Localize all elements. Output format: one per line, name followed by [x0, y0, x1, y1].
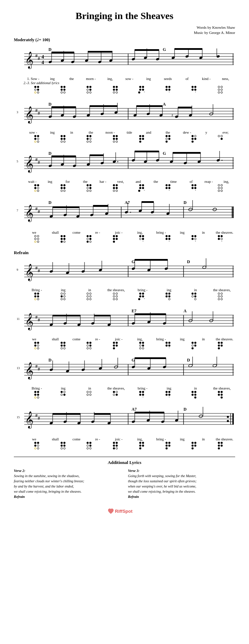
svg-rect-110	[90, 154, 104, 156]
svg-text:#: #	[35, 265, 38, 270]
attribution-line2: Music by George A. Minor	[14, 30, 235, 35]
svg-text:5: 5	[17, 160, 18, 163]
svg-rect-34	[135, 49, 159, 51]
lyrics-row-4: we shall come re - joic - ing, bring - i…	[14, 231, 235, 234]
svg-rect-77	[136, 105, 162, 107]
svg-text:4: 4	[42, 60, 44, 65]
svg-point-291	[227, 416, 229, 418]
chord-grid-r3: + +	[14, 391, 235, 399]
verse-3-refrain: Refrain	[128, 495, 139, 499]
svg-text:G: G	[163, 151, 166, 156]
additional-lyrics-section: Additional Lyrics Verse 2: Sowing in the…	[14, 457, 235, 499]
svg-rect-41	[175, 48, 202, 50]
page-container: Bringing in the Sheaves Words by Knowles…	[0, 0, 249, 644]
svg-text:𝄞: 𝄞	[25, 155, 34, 173]
lyrics-row-1: 1. Sow - ing the morn - ing, sow - ing s…	[14, 77, 235, 81]
svg-text:D: D	[48, 47, 52, 52]
svg-text:11: 11	[17, 317, 20, 321]
svg-rect-223	[53, 315, 80, 316]
svg-rect-166	[142, 201, 154, 203]
svg-rect-27	[88, 51, 112, 53]
verses-container: Verse 2: Sowing in the sunshine, sowing …	[14, 468, 235, 499]
svg-text:#: #	[35, 206, 38, 211]
svg-text:♯: ♯	[171, 113, 173, 117]
svg-text:D: D	[184, 407, 187, 412]
svg-text:#: #	[38, 110, 40, 116]
svg-text:𝄞: 𝄞	[25, 313, 34, 331]
svg-text:A: A	[184, 308, 187, 313]
svg-rect-20	[52, 52, 74, 53]
verse-2-refrain: Refrain	[14, 495, 25, 499]
verse-3-block: Verse 3: Going forth with weeping, sowin…	[128, 468, 235, 499]
svg-point-130	[222, 160, 223, 161]
staff-svg-6: 11 𝄞 # # E7 A	[14, 305, 235, 337]
chord-grid-4: + + + +	[14, 235, 235, 243]
staff-svg-1: 𝄞 # # 4 4 D G	[14, 43, 235, 76]
svg-text:#: #	[35, 314, 38, 320]
svg-text:3: 3	[17, 110, 18, 114]
staff-system-2: 3 𝄞 # # D A	[14, 99, 235, 130]
lyrics-row-3: wait - ing for the har - vest, and the t…	[14, 180, 235, 184]
staff-system-1: 𝄞 # # 4 4 D G	[14, 43, 235, 76]
staff-svg-8: 15 𝄞 # # A7 D	[14, 404, 235, 437]
svg-text:#: #	[35, 413, 38, 418]
svg-rect-83	[178, 107, 192, 108]
svg-point-292	[227, 420, 229, 422]
svg-text:7: 7	[17, 209, 18, 212]
staff-system-4: 7 𝄞 # # D A7 D	[14, 197, 235, 230]
staff-system-8: 15 𝄞 # # A7 D	[14, 404, 235, 437]
verse-2-text: Sowing in the sunshine, sowing in the sh…	[14, 473, 121, 499]
attribution-line1: Words by Knowles Shaw	[14, 25, 235, 30]
svg-text:G: G	[163, 47, 166, 52]
svg-text:D: D	[48, 151, 52, 156]
chord-grid-1: + + +	[14, 86, 235, 94]
svg-text:9: 9	[17, 268, 18, 271]
svg-point-272	[188, 364, 193, 367]
svg-text:#: #	[38, 268, 40, 273]
svg-text:#: #	[35, 53, 38, 58]
verse-2-title: Verse 2:	[14, 468, 121, 473]
staff-svg-2: 3 𝄞 # # D A	[14, 99, 235, 130]
verse-2-block: Verse 2: Sowing in the sunshine, sowing …	[14, 468, 121, 499]
staff-svg-3: 5 𝄞 # # D G	[14, 148, 235, 179]
staff-svg-5: 9 𝄞 # # G D	[14, 256, 235, 287]
svg-text:𝄞: 𝄞	[25, 52, 34, 69]
staff-system-7: 13 𝄞 # # D G D	[14, 355, 235, 386]
svg-text:A7: A7	[125, 200, 130, 205]
lyrics-row-1b: 2.-3. See additional lyrics	[14, 81, 235, 85]
svg-text:𝄞: 𝄞	[25, 264, 34, 281]
svg-text:D: D	[48, 200, 52, 205]
staff-svg-7: 13 𝄞 # # D G D	[14, 355, 235, 386]
svg-text:D: D	[48, 358, 52, 363]
svg-text:#: #	[38, 317, 40, 322]
attribution: Words by Knowles Shaw Music by George A.…	[14, 25, 235, 36]
additional-lyrics-title: Additional Lyrics	[14, 460, 235, 465]
chord-grid-r1: +	[14, 292, 235, 301]
svg-text:D: D	[48, 102, 52, 107]
svg-text:#: #	[38, 160, 40, 165]
chord-grid-3: + + +	[14, 184, 235, 192]
svg-text:4: 4	[42, 54, 44, 60]
svg-text:#: #	[35, 108, 38, 113]
refrain-lyrics-1: Bring - ing in the sheaves, bring - ing …	[14, 288, 235, 292]
svg-text:A7: A7	[132, 407, 137, 412]
staff-system-5: 9 𝄞 # # G D	[14, 256, 235, 287]
riffspot-logo-svg: RiffSpot	[107, 506, 142, 516]
lyrics-row-2: sow - ing in the noon - tide and the dew…	[14, 131, 235, 134]
svg-text:#: #	[38, 209, 40, 214]
svg-text:D: D	[184, 200, 187, 205]
svg-point-200	[202, 266, 206, 269]
svg-point-113	[117, 161, 118, 162]
refrain-lyrics-3: Bring - ing in the sheaves, bring - ing …	[14, 386, 235, 390]
svg-text:15: 15	[17, 415, 20, 419]
refrain-lyrics-2: we shall come re - joic - ing, bring - i…	[14, 337, 235, 341]
svg-point-274	[213, 364, 217, 367]
svg-rect-299	[53, 413, 80, 415]
svg-text:G: G	[132, 259, 135, 264]
svg-rect-105	[52, 155, 76, 157]
refrain-lyrics-4: we shall come re - joic - ing, bring - i…	[14, 437, 235, 441]
svg-rect-304	[94, 413, 110, 415]
svg-rect-271	[135, 357, 166, 359]
svg-text:𝄞: 𝄞	[25, 411, 34, 429]
svg-text:𝄞: 𝄞	[25, 362, 34, 380]
